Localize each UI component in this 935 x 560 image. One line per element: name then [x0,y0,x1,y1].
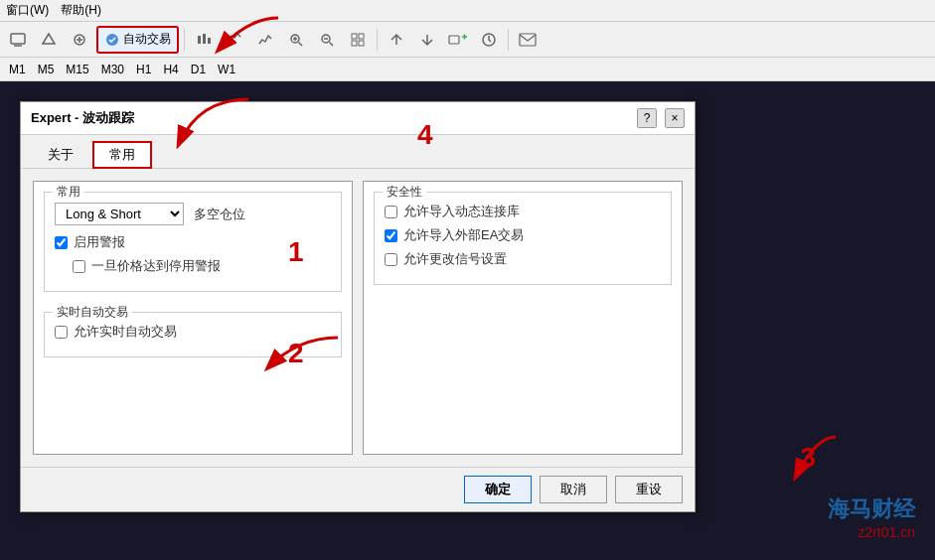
tab-common[interactable]: 常用 [92,141,152,169]
tf-m1[interactable]: M1 [6,62,29,77]
dialog-body: 常用 Long & Short Long Only Short Only 多空仓… [21,169,695,467]
security-checkbox-row-1: 允许导入动态连接库 [385,203,661,220]
toolbar-btn-add[interactable] [444,26,472,54]
dialog-titlebar: Expert - 波动跟踪 ? × [21,102,695,135]
security-checkbox-row-2: 允许导入外部EA交易 [385,226,661,244]
dialog-controls: ? × [637,108,685,128]
section-common: 常用 Long & Short Long Only Short Only 多空仓… [44,192,342,292]
alert-checkbox[interactable] [55,236,68,249]
dropdown-row: Long & Short Long Only Short Only 多空仓位 [55,203,331,225]
svg-rect-10 [352,41,357,46]
dialog-tabs: 关于 常用 [21,135,695,169]
security-checkbox-3[interactable] [385,253,397,266]
stop-alert-label[interactable]: 一旦价格达到停用警报 [91,257,221,275]
tf-m30[interactable]: M30 [98,62,127,77]
toolbar-btn-generic2[interactable] [35,26,63,54]
svg-rect-3 [198,36,201,44]
tf-d1[interactable]: D1 [188,62,209,77]
menu-bar: 窗口(W) 帮助(H) [0,0,935,22]
tf-m5[interactable]: M5 [35,62,58,77]
separator3 [508,29,509,51]
toolbar-btn-up[interactable] [383,26,410,54]
panel-left: 常用 Long & Short Long Only Short Only 多空仓… [33,181,353,455]
cancel-button[interactable]: 取消 [540,476,607,503]
svg-rect-14 [520,34,536,46]
menu-window[interactable]: 窗口(W) [6,2,49,19]
toolbar-btn-generic1[interactable] [4,26,32,54]
alert-label[interactable]: 启用警报 [74,233,125,251]
confirm-button[interactable]: 确定 [464,476,532,503]
toolbar-btn-down[interactable] [413,26,441,54]
toolbar-btn-zoom-in[interactable] [282,26,310,54]
toolbar-btn-email[interactable] [514,26,542,54]
section-security-label: 安全性 [383,184,426,201]
reset-button[interactable]: 重设 [615,476,683,503]
security-label-2[interactable]: 允许导入外部EA交易 [403,226,524,244]
toolbar-btn-chart2[interactable] [221,26,248,54]
separator2 [377,29,378,51]
auto-trade-label: 自动交易 [123,31,171,48]
tf-h1[interactable]: H1 [133,62,154,77]
section-common-label: 常用 [53,184,84,201]
svg-rect-5 [208,38,211,44]
position-type-label: 多空仓位 [194,206,245,223]
section-realtime: 实时自动交易 允许实时自动交易 [44,312,342,357]
toolbar-btn-generic3[interactable] [66,26,93,54]
auto-trade-button[interactable]: 自动交易 [96,26,179,54]
allow-realtime-checkbox-row: 允许实时自动交易 [55,323,331,341]
tab-about[interactable]: 关于 [31,141,90,168]
alert-checkbox-row: 启用警报 [55,233,331,251]
tf-m15[interactable]: M15 [63,62,91,77]
position-type-select[interactable]: Long & Short Long Only Short Only [55,203,184,225]
dialog-help-button[interactable]: ? [637,108,657,128]
dialog-footer: 确定 取消 重设 [21,467,695,511]
toolbar-btn-grid[interactable] [344,26,372,54]
section-realtime-label: 实时自动交易 [53,304,132,321]
security-label-1[interactable]: 允许导入动态连接库 [403,203,520,220]
toolbar-btn-zoom-out[interactable] [313,26,341,54]
tf-h4[interactable]: H4 [160,62,181,77]
allow-realtime-label[interactable]: 允许实时自动交易 [74,323,177,341]
svg-rect-12 [449,36,459,44]
dialog: Expert - 波动跟踪 ? × 关于 常用 常用 Long & Short [20,101,696,512]
dialog-title: Expert - 波动跟踪 [31,109,134,127]
security-checkbox-row-3: 允许更改信号设置 [385,250,661,268]
section-security: 安全性 允许导入动态连接库 允许导入外部EA交易 允许更改信号设置 [374,192,672,285]
separator1 [184,29,185,51]
stop-alert-checkbox[interactable] [73,260,85,273]
svg-rect-4 [203,34,206,44]
dialog-close-button[interactable]: × [665,108,685,128]
toolbar-btn-chart3[interactable] [251,26,279,54]
allow-realtime-checkbox[interactable] [55,326,68,339]
menu-help[interactable]: 帮助(H) [61,2,101,19]
timeframe-bar: M1 M5 M15 M30 H1 H4 D1 W1 [0,58,935,81]
svg-rect-11 [359,41,364,46]
toolbar-btn-clock[interactable] [475,26,503,54]
svg-rect-9 [359,34,364,39]
svg-rect-0 [11,34,25,44]
panel-right: 安全性 允许导入动态连接库 允许导入外部EA交易 允许更改信号设置 [363,181,683,455]
toolbar-btn-chart1[interactable] [190,26,218,54]
security-checkbox-1[interactable] [385,206,397,218]
stop-alert-checkbox-row: 一旦价格达到停用警报 [73,257,331,275]
tf-w1[interactable]: W1 [215,62,238,77]
svg-rect-8 [352,34,357,39]
dialog-overlay: Expert - 波动跟踪 ? × 关于 常用 常用 Long & Short [0,81,935,560]
security-checkbox-2[interactable] [385,229,397,242]
security-label-3[interactable]: 允许更改信号设置 [403,250,507,268]
toolbar: 自动交易 [0,22,935,58]
